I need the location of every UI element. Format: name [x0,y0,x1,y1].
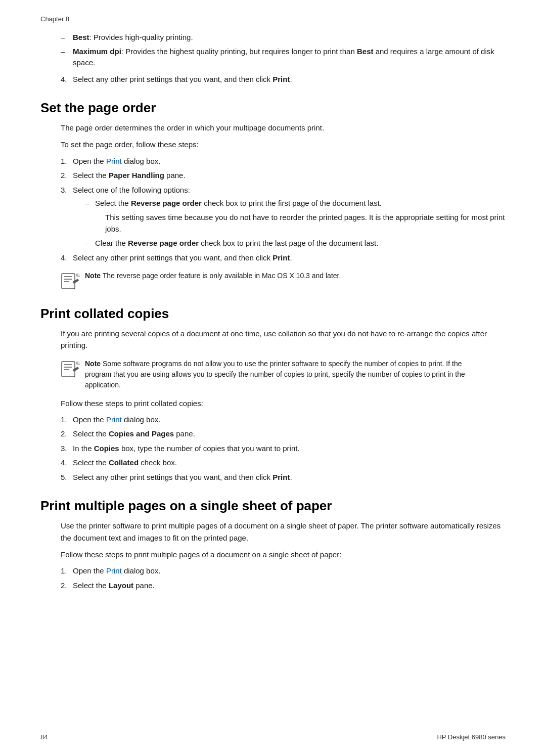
bullet-maxdpi-text: : Provides the highest quality printing,… [73,47,494,67]
section2-step3: 3. In the Copies box, type the number of… [61,443,506,455]
section1-subnote: This setting saves time because you do n… [105,211,506,235]
footer-page-number: 84 [40,733,48,741]
section3-step1: 1. Open the Print dialog box. [61,565,506,577]
section1-step1: 1. Open the Print dialog box. [61,156,506,167]
section1-heading: Set the page order [40,100,506,116]
bullet-maxdpi-label: Maximum dpi [73,47,121,56]
svg-marker-10 [73,367,79,372]
section1-step4: 4. Select any other print settings that … [61,252,506,264]
section1-sub-bullets: Select the Reverse page order check box … [73,198,506,249]
section1-print-link1[interactable]: Print [106,157,122,165]
bullet-maxdpi: Maximum dpi: Provides the highest qualit… [61,46,506,69]
intro-numbered-list: 4. Select any other print settings that … [40,74,506,85]
svg-marker-4 [73,279,79,284]
section3-heading: Print multiple pages on a single sheet o… [40,498,506,514]
svg-text:)))): )))) [75,273,80,277]
note-icon-2: )))) [61,360,80,379]
section2-step1: 1. Open the Print dialog box. [61,414,506,426]
svg-rect-6 [62,362,75,377]
chapter-label: Chapter 8 [40,15,506,23]
svg-text:)))): )))) [75,361,80,365]
section2-note: )))) Note Some software programs do not … [61,359,485,390]
bullet-best-text: : Provides high-quality printing. [89,33,193,41]
intro-bullet-list: Best: Provides high-quality printing. Ma… [40,32,506,69]
section2-step2: 2. Select the Copies and Pages pane. [61,428,506,440]
section3-desc2: Follow these steps to print multiple pag… [61,549,506,560]
intro-step4-num: 4. [61,74,67,85]
intro-step4-text: Select any other print settings that you… [73,75,292,83]
section1-step3: 3. Select one of the following options: … [61,185,506,249]
section2-step5: 5. Select any other print settings that … [61,472,506,483]
section3-print-link1[interactable]: Print [106,566,122,575]
section2-step4: 4. Select the Collated check box. [61,457,506,469]
section1-note-text: Note The reverse page order feature is o… [85,271,341,281]
section1-steps: 1. Open the Print dialog box. 2. Select … [40,156,506,264]
section1-subbullet1: Select the Reverse page order check box … [85,198,506,235]
section3-desc1: Use the printer software to print multip… [61,520,506,544]
section3-steps: 1. Open the Print dialog box. 2. Select … [40,565,506,591]
bullet-best-label: Best [73,33,89,41]
section2-steps: 1. Open the Print dialog box. 2. Select … [40,414,506,483]
section1-desc2: To set the page order, follow these step… [61,139,506,150]
bullet-best: Best: Provides high-quality printing. [61,32,506,43]
section2-note-label: Note [85,360,101,368]
section1-note-label: Note [85,272,101,280]
intro-step4: 4. Select any other print settings that … [61,74,506,85]
page-footer: 84 HP Deskjet 6980 series [40,733,506,741]
section1-step2: 2. Select the Paper Handling pane. [61,170,506,182]
section2-print-link1[interactable]: Print [106,415,122,424]
section2-desc1: If you are printing several copies of a … [61,328,506,351]
footer-product: HP Deskjet 6980 series [437,733,506,741]
section1-subbullet2: Clear the Reverse page order check box t… [85,238,506,249]
page-content: Chapter 8 Best: Provides high-quality pr… [0,0,546,627]
section2-heading: Print collated copies [40,306,506,322]
section2-intro: Follow these steps to print collated cop… [61,397,506,409]
section3-step2: 2. Select the Layout pane. [61,580,506,592]
section1-desc1: The page order determines the order in w… [61,122,506,134]
svg-rect-0 [62,274,75,289]
section1-note: )))) Note The reverse page order feature… [61,271,485,291]
section2-note-text: Note Some software programs do not allow… [85,359,485,390]
note-icon-1: )))) [61,272,80,291]
